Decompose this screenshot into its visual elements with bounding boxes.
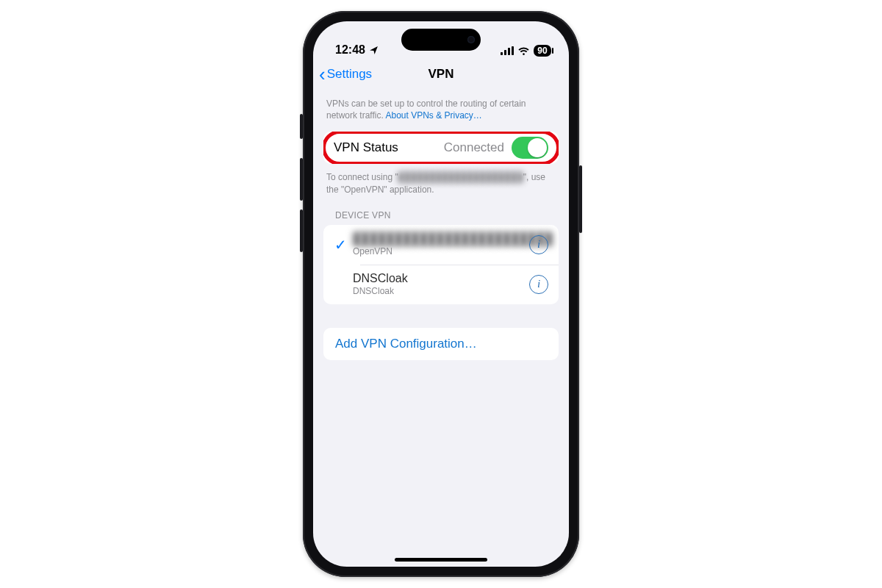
info-icon[interactable]: i: [529, 235, 548, 254]
home-indicator[interactable]: [395, 558, 487, 562]
svg-rect-2: [508, 48, 510, 55]
connect-hint-prefix: To connect using ": [326, 172, 398, 182]
front-camera: [467, 36, 475, 43]
device-vpn-group: ✓ ████████████████████████ OpenVPN i DNS…: [323, 225, 559, 304]
svg-rect-3: [512, 46, 514, 55]
chevron-left-icon: ‹: [319, 65, 326, 84]
power-button: [579, 165, 582, 233]
status-right: 90: [501, 45, 551, 57]
vpn-status-group: VPN Status Connected: [323, 132, 559, 164]
connect-hint-redacted: ████████████████████: [398, 172, 523, 182]
back-button-label: Settings: [327, 67, 372, 82]
back-button[interactable]: ‹ Settings: [319, 65, 372, 84]
add-vpn-configuration[interactable]: Add VPN Configuration…: [323, 328, 559, 360]
ringer-switch: [300, 114, 303, 139]
connect-hint: To connect using "████████████████████",…: [313, 164, 569, 209]
vpn-profile-title: DNSCloak: [353, 272, 529, 285]
wifi-icon: [517, 46, 530, 55]
vpn-profile-title: ████████████████████████: [353, 232, 529, 245]
status-left: 12:48: [335, 43, 379, 57]
status-time: 12:48: [335, 43, 365, 57]
cellular-icon: [501, 46, 514, 55]
about-vpns-link[interactable]: About VPNs & Privacy…: [385, 110, 481, 121]
info-icon[interactable]: i: [529, 275, 548, 294]
location-icon: [369, 46, 379, 55]
checkmark-icon: ✓: [328, 236, 353, 254]
screen: 12:48: [313, 21, 569, 567]
device-vpn-header: DEVICE VPN: [313, 210, 569, 225]
vpn-status-toggle[interactable]: [512, 137, 548, 159]
svg-rect-1: [504, 50, 506, 55]
intro-description: VPNs can be set up to control the routin…: [313, 90, 569, 132]
volume-up-button: [300, 158, 303, 201]
content: VPNs can be set up to control the routin…: [313, 90, 569, 567]
dynamic-island: [401, 29, 481, 51]
phone-frame: 12:48: [303, 11, 579, 577]
stage: 12:48: [0, 0, 882, 588]
battery-indicator: 90: [534, 45, 551, 57]
volume-down-button: [300, 209, 303, 252]
vpn-profile-row[interactable]: DNSCloak DNSCloak i: [323, 265, 559, 304]
vpn-profile-text: ████████████████████████ OpenVPN: [353, 232, 529, 257]
vpn-profile-subtitle: OpenVPN: [353, 246, 529, 257]
vpn-profile-subtitle: DNSCloak: [353, 286, 529, 296]
vpn-profile-text: DNSCloak DNSCloak: [353, 272, 529, 296]
vpn-status-value: Connected: [444, 140, 504, 155]
toggle-knob: [528, 138, 547, 157]
vpn-profile-row[interactable]: ✓ ████████████████████████ OpenVPN i: [323, 225, 559, 265]
vpn-status-label: VPN Status: [334, 140, 398, 155]
vpn-status-row[interactable]: VPN Status Connected: [323, 132, 559, 164]
svg-rect-0: [501, 52, 503, 55]
nav-bar: ‹ Settings VPN: [313, 58, 569, 90]
